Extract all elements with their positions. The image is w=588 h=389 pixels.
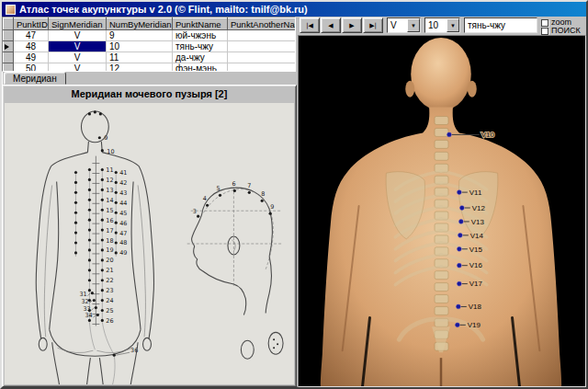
cell-punktname[interactable]: юй-чжэнь [173, 30, 228, 41]
cell-punktid[interactable]: 49 [14, 52, 49, 63]
model-ear-left [405, 81, 414, 97]
cell-punktanothername[interactable] [228, 63, 297, 73]
chevron-down-icon[interactable]: ▼ [407, 18, 420, 32]
drawing-point-label: 20 [106, 257, 113, 264]
drawing-point-label: 36 [130, 347, 138, 354]
drawing-point-label: 8 [261, 190, 265, 198]
drawing-point-label: 18 [106, 237, 113, 245]
tab-meridian[interactable]: Меридиан [4, 72, 66, 85]
point-number-select-value: 10 [425, 18, 447, 32]
tab-meridian-label: Меридиан [13, 74, 57, 84]
drawing-point-label: 11 [106, 166, 113, 174]
cell-punktid[interactable]: 47 [14, 30, 49, 41]
meridian-page: Меридиан мочевого пузыря [2] [2, 85, 297, 387]
drawing-point-label: 44 [119, 200, 127, 207]
nav-next-button[interactable]: ▶ [342, 17, 362, 33]
point-number-select[interactable]: 10 ▼ [424, 17, 460, 33]
window-title: Атлас точек акупунктуры v 2.0 (© Flint, … [19, 4, 308, 15]
model-head [411, 38, 471, 111]
model3d-point-label: V11 [469, 189, 482, 197]
drawing-point-label: 7 [247, 182, 251, 189]
drawing-point-label: 6 [232, 180, 235, 188]
search-checkbox-label: ПОИСК [551, 27, 581, 35]
model3d-view[interactable]: V10V11V12V13V14V15V16V17V18V19 [298, 35, 586, 387]
drawing-point-label: 14 [106, 197, 113, 204]
model3d-point-label: V18 [469, 303, 482, 311]
drawing-point-label: 47 [119, 230, 127, 237]
cell-signmeridian[interactable]: V [49, 52, 107, 63]
drawing-point-label: 22 [106, 277, 113, 284]
column-header-punktid[interactable]: PunktID [14, 18, 49, 30]
cell-numbymeridian[interactable]: 11 [107, 52, 173, 63]
app-icon [6, 5, 16, 15]
cell-signmeridian-selected[interactable]: V [49, 41, 107, 52]
drawing-point-label: 15 [106, 207, 113, 214]
table-row[interactable]: 47 V 9 юй-чжэнь [4, 30, 297, 41]
titlebar[interactable]: Атлас точек акупунктуры v 2.0 (© Flint, … [2, 2, 586, 17]
tab-strip: Меридиан [2, 72, 66, 85]
cell-punktname[interactable]: да-чжу [173, 52, 228, 63]
row-indicator [4, 30, 14, 41]
drawing-point-label: 42 [119, 179, 127, 187]
search-checkbox-row[interactable]: ПОИСК [541, 27, 581, 35]
zoom-checkbox[interactable] [541, 19, 548, 27]
column-header-punktname[interactable]: PunktName [173, 18, 228, 30]
model3d-point-label: V12 [472, 204, 486, 212]
detail-dot [273, 347, 275, 349]
drawing-point-label: 41 [119, 169, 127, 177]
toolbar: |◀ ◀ ▶ ▶| V ▼ 10 ▼ zoom ПОИСК [298, 17, 586, 35]
drawing-point-label: 25 [106, 307, 113, 315]
drawing-point-label: 9 [270, 203, 274, 211]
drawing-point-label: 5 [217, 185, 220, 192]
punkt-grid[interactable]: PunktID SignMeridian NumByMeridian Punkt… [2, 17, 296, 72]
right-panel: |◀ ◀ ▶ ▶| V ▼ 10 ▼ zoom ПОИСК [298, 17, 586, 387]
cell-punktanothername[interactable] [228, 41, 297, 52]
model3d-point-label: V16 [469, 261, 483, 269]
drawing-point-label: 17 [106, 227, 113, 235]
drawing-points: 1112131415161718192021222324252641424344… [74, 110, 274, 356]
cell-punktanothername[interactable] [228, 30, 297, 41]
model3d-point-label: V10 [481, 131, 495, 139]
detail-dot [277, 343, 278, 345]
chevron-down-icon[interactable]: ▼ [447, 18, 459, 32]
drawing-point-label: 3 [193, 208, 197, 215]
meridian-drawing: 1112131415161718192021222324252641424344… [5, 103, 294, 384]
drawing-point-label: 46 [119, 220, 127, 227]
nav-prev-button[interactable]: ◀ [321, 17, 341, 33]
drawing-point-label: 13 [106, 187, 113, 194]
row-indicator [4, 52, 14, 63]
table-row-current[interactable]: 48 V 10 тянь-чжу [4, 41, 297, 52]
point-name-input[interactable] [464, 17, 537, 33]
cell-numbymeridian[interactable]: 10 [107, 41, 173, 52]
drawing-point-label: 49 [119, 249, 127, 257]
meridian-select-value: V [388, 18, 407, 32]
table-row[interactable]: 49 V 11 да-чжу [4, 52, 297, 63]
current-row-indicator [4, 41, 14, 52]
column-header-punktanothername[interactable]: PunktAnotherName [228, 18, 297, 30]
column-header-signmeridian[interactable]: SignMeridian [49, 18, 107, 30]
cell-signmeridian[interactable]: V [49, 63, 107, 73]
cell-punktname[interactable]: тянь-чжу [173, 41, 228, 52]
cell-numbymeridian[interactable]: 12 [107, 63, 173, 73]
drawing-point-label: 12 [106, 177, 113, 184]
table-row[interactable]: 50 V 12 фэн-мэнь [4, 63, 297, 73]
drawing-point-label: 16 [106, 217, 113, 224]
drawing-point-label: 33 [83, 305, 90, 313]
nav-last-button[interactable]: ▶| [363, 17, 383, 33]
figure-head-profile [187, 187, 283, 359]
cell-punktid[interactable]: 50 [14, 63, 49, 73]
column-header-numbymeridian[interactable]: NumByMeridian [107, 18, 173, 30]
cell-signmeridian[interactable]: V [49, 30, 107, 41]
cell-numbymeridian[interactable]: 9 [107, 30, 173, 41]
meridian-select[interactable]: V ▼ [387, 17, 421, 33]
cell-punktname[interactable]: фэн-мэнь [173, 63, 228, 73]
cell-punktid[interactable]: 48 [14, 41, 49, 52]
grid-header-row: PunktID SignMeridian NumByMeridian Punkt… [4, 18, 297, 30]
detail-dot [273, 338, 275, 340]
current-row-arrow-icon [5, 44, 9, 50]
search-checkbox[interactable] [541, 28, 548, 35]
cell-punktanothername[interactable] [228, 52, 297, 63]
drawing-point-label: 19 [106, 246, 113, 254]
model3d-point-label: V19 [468, 321, 481, 329]
nav-first-button[interactable]: |◀ [300, 17, 320, 33]
